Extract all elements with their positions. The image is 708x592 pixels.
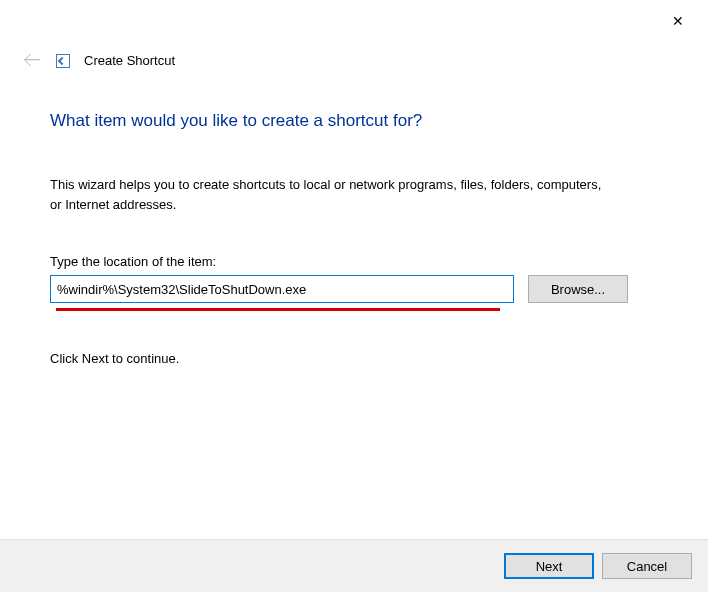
back-arrow-icon: 🡠 xyxy=(20,50,44,71)
shortcut-icon xyxy=(56,54,70,68)
title-bar: ✕ xyxy=(0,0,708,36)
page-heading: What item would you like to create a sho… xyxy=(50,111,668,131)
continue-instruction: Click Next to continue. xyxy=(50,351,668,366)
browse-button[interactable]: Browse... xyxy=(528,275,628,303)
close-icon: ✕ xyxy=(672,13,684,29)
wizard-header: 🡠 Create Shortcut xyxy=(0,36,708,71)
window-title: Create Shortcut xyxy=(84,53,175,68)
location-row: Browse... xyxy=(50,275,668,303)
cancel-button[interactable]: Cancel xyxy=(602,553,692,579)
wizard-footer: Next Cancel xyxy=(0,539,708,592)
location-input[interactable] xyxy=(50,275,514,303)
wizard-description: This wizard helps you to create shortcut… xyxy=(50,175,610,214)
wizard-content: What item would you like to create a sho… xyxy=(0,71,708,366)
close-button[interactable]: ✕ xyxy=(656,6,700,36)
location-input-wrap xyxy=(50,275,514,303)
next-button[interactable]: Next xyxy=(504,553,594,579)
location-label: Type the location of the item: xyxy=(50,254,668,269)
annotation-underline xyxy=(56,308,500,311)
